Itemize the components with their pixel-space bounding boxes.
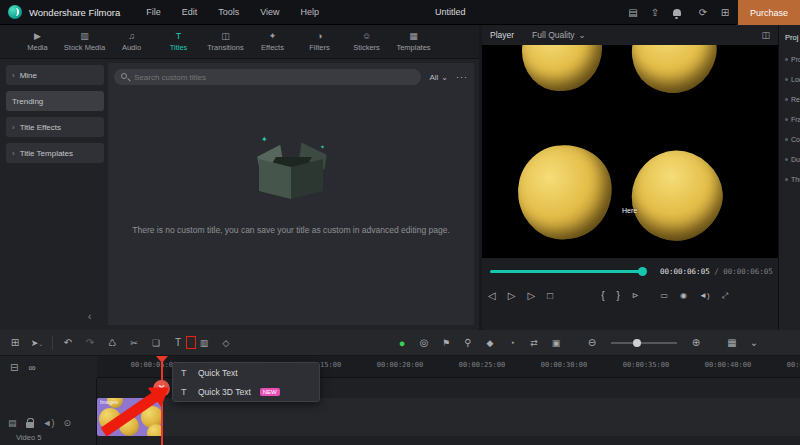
effects-icon: ✦ <box>269 32 277 41</box>
render-preview-icon[interactable]: ⊳ <box>632 291 639 301</box>
filter-dropdown[interactable]: All ⌄ <box>429 73 448 82</box>
menu-edit[interactable]: Edit <box>182 7 198 17</box>
ruler-tick: 00:00:35:00 <box>611 361 681 369</box>
chevron-right-icon: › <box>12 123 15 132</box>
property-label: Colo <box>791 136 800 143</box>
apps-grid-icon[interactable]: ⊞ <box>716 7 734 18</box>
tab-stickers[interactable]: ☺ Stickers <box>343 32 390 52</box>
redo-icon[interactable]: ↷ <box>79 337 101 348</box>
menu-help[interactable]: Help <box>301 7 320 17</box>
tab-label: Audio <box>122 43 141 52</box>
titles-sidebar: › Mine Trending › Title Effects › Title … <box>6 65 104 169</box>
zoom-out-icon[interactable]: ⊖ <box>581 337 603 348</box>
timeline-ruler[interactable]: ⊟ ∞ 00:00:05:00 00:00:10:00 00:00:15:00 … <box>0 356 800 378</box>
compare-view-icon[interactable]: ▭ <box>661 291 669 301</box>
video-content-cookie <box>618 137 735 254</box>
pip-icon[interactable]: ▥ <box>193 338 215 348</box>
mute-track-icon[interactable]: ◄) <box>43 418 55 428</box>
more-options-button[interactable]: ··· <box>456 72 468 82</box>
menu-tools[interactable]: Tools <box>218 7 239 17</box>
delete-clip-button[interactable]: ✕ <box>153 380 170 397</box>
sidebar-item-title-effects[interactable]: › Title Effects <box>6 117 104 137</box>
snapshot-icon[interactable]: ◉ <box>680 291 687 301</box>
progress-handle[interactable] <box>638 267 647 276</box>
sidebar-item-label: Title Templates <box>20 149 73 158</box>
tab-audio[interactable]: ♫ Audio <box>108 32 155 52</box>
voiceover-mic-icon[interactable]: ⚲ <box>457 337 479 348</box>
select-tool-icon[interactable]: ➤⌄ <box>26 338 48 348</box>
stop-button[interactable]: □ <box>547 291 553 301</box>
zoom-slider-handle[interactable] <box>633 339 641 347</box>
sidebar-item-title-templates[interactable]: › Title Templates <box>6 143 104 163</box>
text-tool-menu: T Quick Text T Quick 3D Text NEW <box>172 362 320 402</box>
menu-item-quick-text[interactable]: T Quick Text <box>173 363 319 382</box>
play-button[interactable]: ▷ <box>508 291 516 301</box>
mark-out-button[interactable]: } <box>617 291 620 301</box>
menu-file[interactable]: File <box>146 7 161 17</box>
track-header-icons: ▤ ◄) ⊙ <box>8 418 71 428</box>
previous-frame-button[interactable]: ◁ <box>488 291 496 301</box>
purchase-button[interactable]: Purchase <box>738 0 800 25</box>
quality-dropdown[interactable]: Full Quality ⌄ <box>532 30 586 40</box>
lock-track-icon[interactable] <box>26 422 34 428</box>
tab-effects[interactable]: ✦ Effects <box>249 32 296 52</box>
transitions-icon: ◫ <box>221 32 230 41</box>
menu-item-quick-3d-text[interactable]: T Quick 3D Text NEW <box>173 382 319 401</box>
export-icon[interactable]: ⇪ <box>646 7 664 18</box>
fullscreen-icon[interactable]: ⤢ <box>722 291 728 301</box>
link-clips-icon[interactable]: ∞ <box>28 362 35 373</box>
display-mode-icon[interactable]: ◫ <box>761 30 770 40</box>
tab-transitions[interactable]: ◫ Transitions <box>202 32 249 52</box>
manage-tracks-icon[interactable]: ⊟ <box>10 362 18 373</box>
volume-icon[interactable]: ◄) <box>699 291 710 301</box>
sparkle-icon: ✦ <box>261 135 268 144</box>
tab-media[interactable]: ▶ Media <box>14 32 61 52</box>
tab-stock-media[interactable]: ▥ Stock Media <box>61 32 108 52</box>
hide-track-icon[interactable]: ⊙ <box>63 418 71 428</box>
undo-icon[interactable]: ↶ <box>57 337 79 348</box>
video-track-lane[interactable]: Images <box>97 398 800 436</box>
speed-icon[interactable]: ◔ <box>501 338 523 348</box>
toolbar-more-icon[interactable]: ⌄ <box>743 337 765 348</box>
ruler-tick: 00:00:20:00 <box>365 361 435 369</box>
media-browser-icon[interactable]: ⊞ <box>4 337 26 348</box>
motion-tracking-icon[interactable]: ◎ <box>413 337 435 348</box>
menubar: Wondershare Filmora File Edit Tools View… <box>0 0 800 25</box>
sidebar-item-mine[interactable]: › Mine <box>6 65 104 85</box>
export-frame-icon[interactable]: ▣ <box>545 338 567 348</box>
track-manager-icon[interactable]: ▦ <box>721 337 743 348</box>
timeline-clip[interactable]: Images <box>97 398 163 436</box>
tab-titles[interactable]: T Titles <box>155 32 202 52</box>
mark-in-button[interactable]: { <box>601 291 604 301</box>
zoom-in-icon[interactable]: ⊕ <box>685 337 707 348</box>
zoom-slider[interactable] <box>611 342 677 344</box>
playhead-line[interactable] <box>161 356 163 445</box>
workspace-layout-icon[interactable]: ▤ <box>624 7 642 18</box>
next-frame-button[interactable]: ▷ <box>527 291 535 301</box>
sync-icon[interactable]: ⟳ <box>694 7 712 18</box>
asset-tabs: ▶ Media ▥ Stock Media ♫ Audio T Titles ◫… <box>0 25 479 59</box>
filmora-logo-icon <box>8 5 22 19</box>
progress-bar[interactable] <box>490 270 642 273</box>
tab-templates[interactable]: ▦ Templates <box>390 32 437 52</box>
mask-icon[interactable]: ◇ <box>215 338 237 348</box>
split-scissors-icon[interactable]: ✂ <box>123 338 145 348</box>
track-thumbnail-icon[interactable]: ▤ <box>8 418 17 428</box>
menu-view[interactable]: View <box>260 7 279 17</box>
green-screen-icon[interactable]: ● <box>391 337 413 349</box>
audio-icon: ♫ <box>128 32 135 41</box>
search-input[interactable] <box>114 69 421 85</box>
collapse-sidebar-button[interactable]: ‹ <box>88 311 91 322</box>
video-viewport[interactable]: Here <box>482 45 778 258</box>
notification-bell-icon[interactable] <box>673 9 681 16</box>
delete-icon[interactable]: ♺ <box>101 338 123 348</box>
track-label: Video 5 <box>16 433 41 442</box>
tab-filters[interactable]: ◑ Filters <box>296 32 343 52</box>
crop-icon[interactable]: ❏ <box>145 338 167 348</box>
sidebar-item-trending[interactable]: Trending <box>6 91 104 111</box>
timeline: ⊞ ➤⌄ ↶ ↷ ♺ ✂ ❏ T ▥ ◇ ● ◎ ⚑ ⚲ ◆ ◔ ⇄ ▣ ⊖ <box>0 330 800 445</box>
keyframe-icon[interactable]: ◆ <box>479 338 501 348</box>
timeline-zoom: ⊖ ⊕ <box>581 337 707 348</box>
auto-ripple-icon[interactable]: ⇄ <box>523 338 545 348</box>
marker-icon[interactable]: ⚑ <box>435 338 457 348</box>
